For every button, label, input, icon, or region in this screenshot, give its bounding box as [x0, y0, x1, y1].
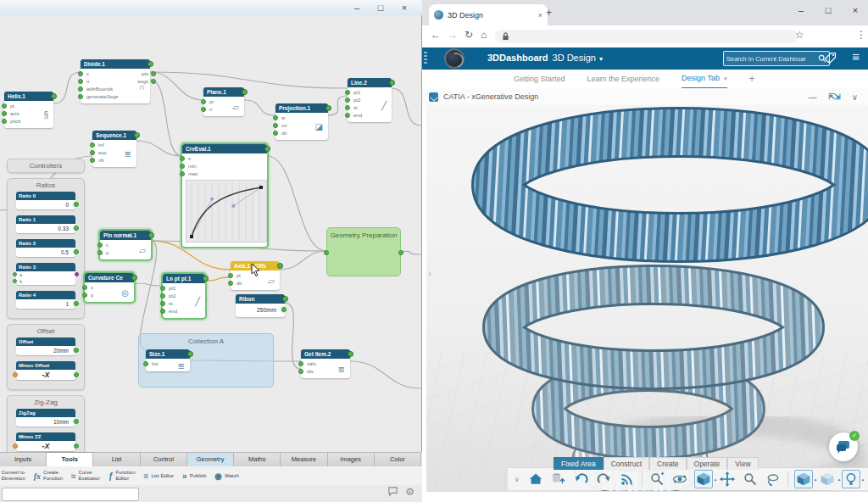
node-sequence[interactable]: Sequence.1infsupnb≣: [92, 131, 136, 167]
input-port[interactable]: [90, 150, 95, 155]
gear-icon[interactable]: ⚙: [405, 486, 415, 498]
input-port[interactable]: [180, 171, 185, 176]
input-port[interactable]: [160, 309, 165, 314]
maximize-icon[interactable]: □: [822, 5, 834, 15]
tab-close-icon[interactable]: ×: [538, 11, 542, 20]
input-port[interactable]: [97, 250, 103, 255]
node-curvature[interactable]: Curvature Cecp◎: [85, 273, 134, 302]
input-port[interactable]: [345, 98, 350, 103]
bookmark-star-icon[interactable]: ☆: [795, 29, 804, 41]
viewport-tab-operate[interactable]: Operate: [687, 457, 728, 470]
input-port[interactable]: [324, 250, 329, 255]
input-port[interactable]: [82, 285, 87, 290]
node-size1[interactable]: Size.1list≣: [146, 349, 190, 371]
input-port[interactable]: [345, 105, 350, 110]
controller-ratio-0[interactable]: Ratio 00: [16, 192, 75, 209]
3d-viewport[interactable]: › Fixed AreaConstructCreateOperateView ∨…: [422, 105, 868, 502]
output-port[interactable]: [282, 296, 288, 302]
input-port[interactable]: [143, 361, 148, 366]
controller-value[interactable]: 10mm: [16, 417, 75, 427]
mag-icon[interactable]: [742, 471, 759, 488]
redo-icon[interactable]: [596, 471, 613, 488]
node-crveval[interactable]: CrvEval.1sminmax: [182, 144, 267, 247]
node-plane[interactable]: Plane.1ptn▱: [203, 87, 244, 116]
expression-input[interactable]: [2, 488, 139, 501]
input-port[interactable]: [273, 123, 278, 128]
dashboard-name[interactable]: 3D Design: [553, 53, 596, 63]
lasso-icon[interactable]: [765, 471, 782, 488]
output-port[interactable]: [151, 79, 156, 84]
node-offsetnode[interactable]: Axis.1 - Offspldir▱: [231, 261, 280, 290]
input-port[interactable]: [160, 286, 165, 291]
input-port[interactable]: [2, 111, 7, 116]
dbup-icon[interactable]: [550, 471, 567, 488]
group-geometry-preparation[interactable]: Geometry Preparation: [326, 227, 401, 276]
dropdown-caret-icon[interactable]: ◂: [837, 477, 842, 482]
controller-offset[interactable]: Offset20mm: [16, 337, 75, 355]
dropdown-caret-icon[interactable]: ◂: [860, 477, 865, 482]
output-port[interactable]: [74, 202, 79, 207]
input-port[interactable]: [180, 156, 185, 161]
controller-value[interactable]: 20mm: [16, 346, 75, 355]
input-port[interactable]: [2, 119, 7, 124]
input-port[interactable]: [345, 90, 350, 95]
node-plnnormal[interactable]: Pln normal.1cp▱: [100, 231, 151, 259]
widget-expand-icon[interactable]: ⇱⇲: [829, 92, 840, 101]
toolbar-item-publish[interactable]: »Publish: [182, 473, 206, 479]
cube-blue-icon[interactable]: ◂: [694, 470, 713, 488]
browser-menu-icon[interactable]: ⋮: [856, 29, 866, 41]
tab-list[interactable]: List: [93, 453, 140, 467]
input-port[interactable]: [13, 443, 18, 449]
output-port[interactable]: [264, 146, 270, 152]
browser-tab[interactable]: 3D Design ×: [429, 4, 548, 25]
dashboard-search[interactable]: Search In Current Dashboar: [723, 51, 830, 66]
output-port[interactable]: [51, 93, 57, 99]
input-port[interactable]: [78, 94, 83, 99]
controller-ratio-2[interactable]: Ratio 20.5: [16, 239, 75, 257]
viewport-tab-view[interactable]: View: [727, 457, 758, 470]
node-lnptpt[interactable]: Ln pt pt.1pt1pt2stend╱: [163, 274, 205, 318]
node-projection[interactable]: Projection.1wondir◪: [275, 103, 328, 140]
viewport-tab-fixed-area[interactable]: Fixed Area: [554, 457, 604, 470]
toolbar-item-create-function[interactable]: fxCreate Function: [34, 470, 63, 482]
home-icon[interactable]: ⌂: [481, 29, 487, 41]
controller-ratio-3[interactable]: Ratio 3ab: [16, 263, 75, 285]
panel-expand-chevron-icon[interactable]: ›: [428, 268, 431, 278]
output-port[interactable]: [74, 226, 79, 231]
node-divide[interactable]: Divide.1cnwithBoundsgenerateSegsptssegs∩: [81, 59, 150, 103]
output-port[interactable]: [203, 276, 209, 282]
dropdown-caret-icon[interactable]: ◂: [813, 477, 818, 482]
input-port[interactable]: [345, 113, 350, 118]
toolbar-collapse-icon[interactable]: ∨: [515, 476, 520, 483]
node-canvas[interactable]: ControllersRatiosRatio 00Ratio 10.33Rati…: [0, 15, 422, 452]
input-port[interactable]: [228, 273, 233, 278]
toolbar-item-list-editor[interactable]: ≡List Editor: [144, 473, 175, 479]
output-port[interactable]: [348, 351, 353, 357]
controller-ratio-1[interactable]: Ratio 10.33: [16, 215, 75, 233]
input-port[interactable]: [160, 301, 165, 306]
input-port[interactable]: [160, 293, 165, 298]
output-port[interactable]: [242, 89, 248, 95]
cube-edge-icon[interactable]: ◂: [819, 471, 836, 488]
viewport-tab-construct[interactable]: Construct: [604, 457, 649, 470]
controller-minus-zz[interactable]: Minus ZZ-X: [16, 432, 75, 451]
chevron-down-icon[interactable]: ▾: [724, 75, 727, 81]
input-port[interactable]: [82, 293, 87, 298]
comment-icon[interactable]: [387, 486, 398, 497]
tab-measure[interactable]: Measure: [281, 453, 327, 467]
close-icon[interactable]: ×: [849, 5, 861, 15]
output-port[interactable]: [151, 71, 156, 76]
input-port[interactable]: [13, 279, 17, 283]
input-port[interactable]: [90, 158, 95, 163]
tab-maths[interactable]: Maths: [234, 453, 281, 467]
output-port[interactable]: [148, 232, 154, 238]
dashboard-tab-getting-started[interactable]: Getting Started: [514, 70, 565, 88]
toolbar-item-watch[interactable]: ◉Watch: [214, 473, 239, 479]
output-port[interactable]: [326, 105, 331, 111]
3dexperience-compass-icon[interactable]: [444, 48, 465, 69]
output-port[interactable]: [131, 275, 137, 281]
output-port[interactable]: [389, 80, 395, 86]
back-icon[interactable]: ←: [431, 29, 441, 41]
move-icon[interactable]: [719, 471, 736, 488]
output-port[interactable]: [134, 132, 140, 138]
